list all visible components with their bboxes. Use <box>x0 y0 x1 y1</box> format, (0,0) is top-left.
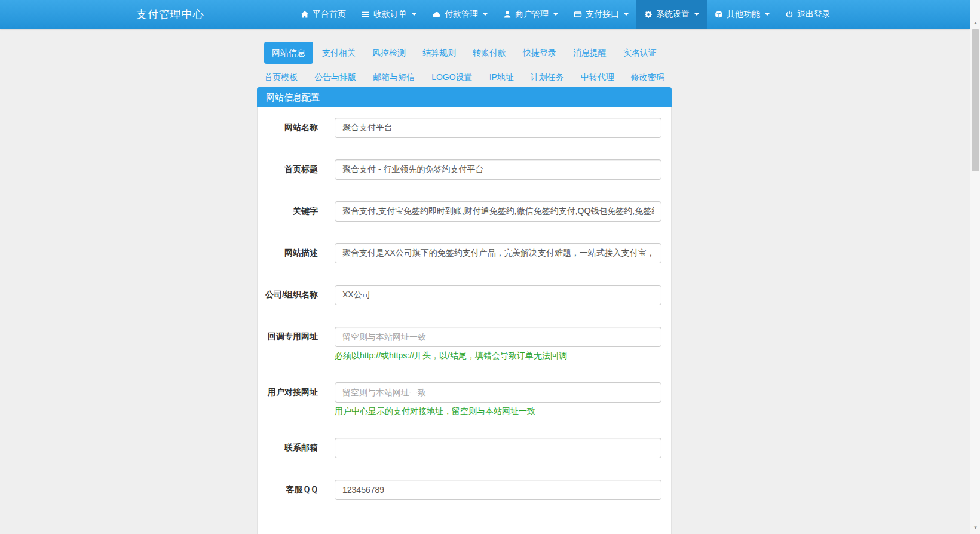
nav-item-other-functions[interactable]: 其他功能 <box>707 0 777 29</box>
nav-item-label: 系统设置 <box>656 9 690 20</box>
keywords-input[interactable] <box>335 201 662 222</box>
form-row-service-qq: 客服ＱＱ <box>258 480 662 500</box>
form-row-contact-email: 联系邮箱 <box>258 438 662 458</box>
user-docking-url-input[interactable] <box>335 382 662 403</box>
power-icon <box>785 10 794 19</box>
nav-item-platform-home[interactable]: 平台首页 <box>293 0 354 29</box>
vertical-scrollbar[interactable]: ▲ ▼ <box>970 0 980 534</box>
nav-item-payment-management[interactable]: 付款管理 <box>424 0 495 29</box>
cube-icon <box>715 10 723 19</box>
field-label: 用户对接网址 <box>258 382 318 397</box>
scroll-up-icon[interactable]: ▲ <box>970 18 980 28</box>
user-docking-url-help: 用户中心显示的支付对接地址，留空则与本站网址一致 <box>335 406 662 416</box>
tab-site-info[interactable]: 网站信息 <box>264 42 313 64</box>
site-description-input[interactable] <box>335 243 662 263</box>
tab-row-2: 首页模板 公告与排版 邮箱与短信 LOGO设置 IP地址 计划任务 中转代理 修… <box>257 66 672 88</box>
nav-item-merchant-management[interactable]: 商户管理 <box>495 0 566 29</box>
tab-relay-proxy[interactable]: 中转代理 <box>573 66 622 88</box>
tab-ip-address[interactable]: IP地址 <box>482 66 522 88</box>
user-icon <box>503 10 512 19</box>
main-nav: 平台首页 收款订单 付款管理 商户管理 支付接口 系统设置 <box>293 0 838 29</box>
field-label: 客服ＱＱ <box>258 480 318 495</box>
nav-item-receive-orders[interactable]: 收款订单 <box>354 0 424 29</box>
callback-url-input[interactable] <box>335 327 662 347</box>
form-row-home-title: 首页标题 <box>258 159 662 180</box>
form-row-site-name: 网站名称 <box>258 118 662 138</box>
tab-announcement-layout[interactable]: 公告与排版 <box>307 66 364 88</box>
list-icon <box>362 10 370 19</box>
nav-item-label: 平台首页 <box>313 9 346 20</box>
tab-transfer-payment[interactable]: 转账付款 <box>465 42 514 64</box>
field-label: 公司/组织名称 <box>258 285 318 300</box>
form-row-callback-url: 回调专用网址 必须以http://或https://开头，以/结尾，填错会导致订… <box>258 327 662 361</box>
field-label: 回调专用网址 <box>258 327 318 342</box>
home-title-input[interactable] <box>335 159 662 180</box>
tab-payment-related[interactable]: 支付相关 <box>314 42 363 64</box>
scrollbar-thumb[interactable] <box>972 29 979 171</box>
form-row-keywords: 关键字 <box>258 201 662 222</box>
field-label: 网站名称 <box>258 118 318 133</box>
nav-item-label: 其他功能 <box>727 9 760 20</box>
nav-item-label: 收款订单 <box>373 9 407 20</box>
nav-item-label: 商户管理 <box>515 9 549 20</box>
tab-quick-login[interactable]: 快捷登录 <box>515 42 564 64</box>
contact-email-input[interactable] <box>335 438 662 458</box>
site-name-input[interactable] <box>335 118 662 138</box>
tab-message-reminder[interactable]: 消息提醒 <box>565 42 614 64</box>
service-qq-input[interactable] <box>335 480 662 500</box>
company-name-input[interactable] <box>335 285 662 305</box>
panel-title: 网站信息配置 <box>257 87 672 107</box>
scroll-down-icon[interactable]: ▼ <box>970 523 980 533</box>
caret-down-icon <box>412 13 416 16</box>
site-info-panel: 网站信息配置 网站名称 首页标题 关键字 网站描述 公司/组织名称 回调专用网址 <box>257 88 672 534</box>
form-row-user-docking-url: 用户对接网址 用户中心显示的支付对接地址，留空则与本站网址一致 <box>258 382 662 416</box>
caret-down-icon <box>483 13 488 16</box>
credit-card-icon <box>574 10 582 19</box>
form-row-company-name: 公司/组织名称 <box>258 285 662 305</box>
cloud-icon <box>432 10 441 19</box>
field-label: 网站描述 <box>258 243 318 258</box>
tab-scheduled-tasks[interactable]: 计划任务 <box>523 66 572 88</box>
tab-home-template[interactable]: 首页模板 <box>256 66 305 88</box>
top-navbar: 支付管理中心 平台首页 收款订单 付款管理 商户管理 支付接口 <box>0 0 970 29</box>
nav-item-label: 退出登录 <box>797 9 831 20</box>
home-icon <box>301 10 309 19</box>
tab-change-password[interactable]: 修改密码 <box>623 66 672 88</box>
tab-email-sms[interactable]: 邮箱与短信 <box>365 66 422 88</box>
site-info-form: 网站名称 首页标题 关键字 网站描述 公司/组织名称 回调专用网址 必须以htt… <box>258 107 671 527</box>
tab-real-name-auth[interactable]: 实名认证 <box>615 42 664 64</box>
nav-item-payment-interface[interactable]: 支付接口 <box>566 0 636 29</box>
caret-down-icon <box>765 13 770 16</box>
callback-url-help: 必须以http://或https://开头，以/结尾，填错会导致订单无法回调 <box>335 351 662 361</box>
tab-row-1: 网站信息 支付相关 风控检测 结算规则 转账付款 快捷登录 消息提醒 实名认证 <box>257 42 672 64</box>
field-label: 首页标题 <box>258 159 318 174</box>
field-label: 关键字 <box>258 201 318 216</box>
nav-item-label: 支付接口 <box>586 9 619 20</box>
nav-item-logout[interactable]: 退出登录 <box>777 0 838 29</box>
caret-down-icon <box>694 13 699 16</box>
nav-item-label: 付款管理 <box>445 9 478 20</box>
app-title: 支付管理中心 <box>136 0 204 29</box>
gear-icon <box>644 10 653 19</box>
tab-settlement-rules[interactable]: 结算规则 <box>415 42 464 64</box>
tab-logo-settings[interactable]: LOGO设置 <box>424 66 480 88</box>
form-row-site-description: 网站描述 <box>258 243 662 263</box>
caret-down-icon <box>624 13 629 16</box>
caret-down-icon <box>553 13 558 16</box>
nav-item-system-settings[interactable]: 系统设置 <box>636 0 707 29</box>
field-label: 联系邮箱 <box>258 438 318 453</box>
tab-risk-control[interactable]: 风控检测 <box>365 42 414 64</box>
